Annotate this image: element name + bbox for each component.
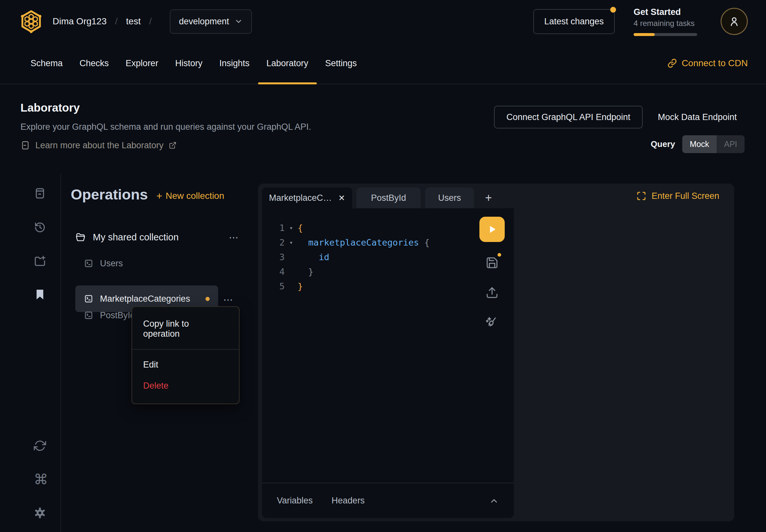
code-line: 2 ▾ marketplaceCategories { [262,235,514,250]
tab-label: Explorer [126,58,158,68]
user-avatar[interactable] [721,8,748,35]
tab-explorer[interactable]: Explorer [117,43,167,84]
operation-row-post-by-id[interactable]: PostById [84,307,135,324]
prettify-button[interactable] [484,315,499,330]
code-token: { [419,235,430,250]
operation-icon [84,259,93,268]
breadcrumb-project[interactable]: test [126,16,140,27]
learn-more-link[interactable]: Learn more about the Laboratory [20,140,176,151]
page-description: Explore your GraphQL schema and run quer… [20,122,311,132]
progress-bar [634,33,697,36]
add-tab-button[interactable]: + [480,187,498,208]
person-icon [728,15,741,28]
code-line: 1 ▾ { [262,221,514,235]
tab-label: History [175,58,202,68]
sync-rail-button[interactable] [34,440,46,452]
tab-label: Insights [219,58,249,68]
broom-sparkle-icon [484,315,499,330]
tab-history[interactable]: History [167,43,211,84]
rail-divider [60,174,61,532]
environment-dropdown[interactable]: development [170,9,252,34]
headers-tab[interactable]: Headers [332,496,365,506]
code-token: { [298,221,303,235]
code-line: 5 } [262,279,514,294]
save-operation-button[interactable] [486,256,499,269]
query-editor[interactable]: 1 ▾ { 2 ▾ marketplaceCategories { 3 id 4… [262,208,514,483]
operation-icon [84,294,93,304]
breadcrumb-org[interactable]: Dima Org123 [53,16,107,27]
get-started-widget[interactable]: Get Started 4 remaining tasks [634,7,697,36]
operation-menu-button[interactable]: ⋯ [223,294,234,305]
latest-changes-button[interactable]: Latest changes [533,9,615,34]
fold-icon[interactable]: ▾ [285,235,298,250]
line-number: 2 [262,235,285,250]
main-nav: Schema Checks Explorer History Insights … [0,43,766,84]
new-collection-rail-button[interactable] [34,255,46,267]
new-collection-button[interactable]: + New collection [156,187,224,202]
connect-endpoint-label: Connect GraphQL API Endpoint [506,112,630,122]
hive-logo[interactable] [19,9,43,34]
chevron-up-icon [489,496,499,506]
editor-tab-post-by-id[interactable]: PostById [356,187,421,208]
close-icon[interactable]: ✕ [338,193,345,203]
share-operation-button[interactable] [486,286,499,299]
editor-tab-marketplace[interactable]: MarketplaceC… ✕ [262,187,352,208]
tab-checks[interactable]: Checks [71,43,117,84]
history-rail-button[interactable] [34,221,46,234]
unsaved-dot [498,253,501,257]
tab-schema[interactable]: Schema [22,43,71,84]
environment-value: development [179,17,229,27]
tab-settings[interactable]: Settings [317,43,365,84]
breadcrumb-separator: / [149,16,152,27]
connect-to-cdn-link[interactable]: Connect to CDN [667,58,748,68]
expand-icon [637,191,646,201]
toggle-option-api[interactable]: API [717,135,745,153]
code-area[interactable]: 1 ▾ { 2 ▾ marketplaceCategories { 3 id 4… [262,208,514,294]
menu-item-delete[interactable]: Delete [132,375,239,396]
toggle-option-mock[interactable]: Mock [682,135,717,153]
variables-tab[interactable]: Variables [277,496,313,506]
settings-rail-button[interactable] [34,507,46,519]
editor-tab-label: MarketplaceC… [269,193,332,203]
tab-label: Laboratory [266,58,308,68]
code-token [298,235,308,250]
shortcuts-rail-button[interactable]: ⌘ [34,473,48,486]
sync-icon [34,440,46,452]
fold-icon[interactable]: ▾ [285,221,298,235]
menu-divider [132,349,239,350]
code-token: marketplaceCategories [308,235,419,250]
tab-insights[interactable]: Insights [211,43,258,84]
operation-label: MarketplaceCategories [100,294,190,304]
collections-rail-button[interactable] [34,288,46,301]
save-icon [486,256,499,269]
connect-graphql-endpoint-button[interactable]: Connect GraphQL API Endpoint [494,106,643,128]
collection-menu-button[interactable]: ⋯ [229,232,239,243]
progress-fill [634,33,655,36]
learn-more-label: Learn more about the Laboratory [35,140,164,151]
collection-row[interactable]: My shared collection ⋯ [75,227,239,247]
tab-laboratory[interactable]: Laboratory [258,43,317,84]
fold-icon [285,279,298,294]
code-token: id [319,250,329,264]
top-header: Dima Org123 / test / development Latest … [0,0,766,43]
collection-name: My shared collection [93,232,178,243]
bookmark-icon [34,288,46,301]
code-line: 3 id [262,250,514,264]
tab-label: Schema [30,58,63,68]
enter-full-screen-button[interactable]: Enter Full Screen [637,184,719,208]
run-query-button[interactable] [480,217,505,242]
editor-tab-users[interactable]: Users [425,187,474,208]
operation-context-menu: Copy link to operation Edit Delete [131,306,239,404]
gear-icon [34,507,46,519]
collapse-panel-button[interactable] [489,496,499,506]
mock-data-endpoint-link[interactable]: Mock Data Endpoint [658,106,737,128]
docs-rail-button[interactable] [34,187,46,199]
editor-tab-strip: MarketplaceC… ✕ PostById Users + Enter F… [258,184,734,208]
get-started-title: Get Started [634,7,697,17]
get-started-subtitle: 4 remaining tasks [634,19,697,28]
menu-item-edit[interactable]: Edit [132,354,239,375]
editor-bottom-bar: Variables Headers [262,483,514,518]
command-icon: ⌘ [34,471,48,487]
operation-row-users[interactable]: Users [84,255,123,272]
menu-item-copy-link[interactable]: Copy link to operation [132,313,239,345]
